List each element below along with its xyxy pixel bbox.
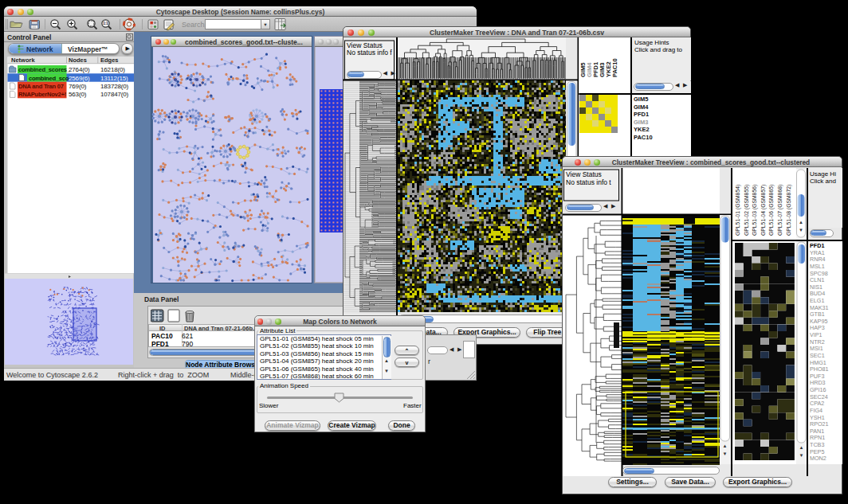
svg-text:1:1: 1:1 <box>103 21 108 25</box>
